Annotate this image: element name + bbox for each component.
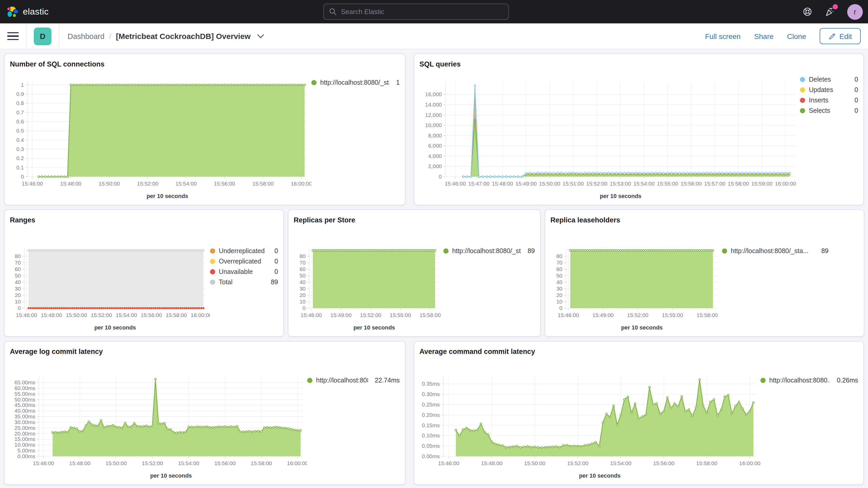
edit-button[interactable]: Edit: [820, 28, 861, 44]
svg-text:0: 0: [559, 305, 562, 311]
legend-swatch: [210, 269, 215, 274]
panel-sql-queries[interactable]: SQL queries 15:46:0015:47:0015:48:0015:4…: [414, 54, 864, 205]
legend-item[interactable]: http://localhost:8080/_stat...1: [311, 79, 400, 86]
share-button[interactable]: Share: [754, 32, 774, 40]
legend-item[interactable]: Selects0: [800, 107, 858, 114]
legend-item[interactable]: http://localhost:8080/_sta...89: [443, 247, 535, 255]
svg-text:1: 1: [21, 82, 24, 88]
svg-text:50: 50: [300, 273, 306, 279]
svg-text:60: 60: [300, 266, 306, 272]
svg-text:15:51:00: 15:51:00: [563, 181, 584, 187]
area-chart[interactable]: 15:46:0015:49:0015:52:0015:55:0015:58:00…: [294, 227, 443, 332]
svg-text:15:47:00: 15:47:00: [468, 181, 490, 187]
svg-text:16:00:00: 16:00:00: [775, 181, 796, 187]
legend-item[interactable]: http://localhost:8080/_sta...89: [722, 247, 829, 255]
svg-text:50: 50: [15, 273, 21, 279]
dashboard-toolbar: D Dashboard / [Metricbeat CockroachDB] O…: [0, 23, 868, 49]
svg-text:30.00ms: 30.00ms: [14, 419, 35, 425]
svg-text:0: 0: [439, 174, 442, 180]
legend-item[interactable]: Deletes0: [800, 76, 858, 83]
legend-swatch: [443, 248, 448, 254]
legend-item[interactable]: Underreplicated0: [210, 247, 278, 255]
panel-title: Number of SQL connections: [10, 59, 400, 72]
legend-item[interactable]: Inserts0: [800, 97, 858, 104]
svg-text:15:52:00: 15:52:00: [142, 460, 163, 466]
legend-label: Unavailable: [219, 268, 253, 275]
legend-swatch: [311, 80, 316, 85]
top-icons: r: [802, 0, 863, 23]
svg-text:15:57:00: 15:57:00: [704, 181, 725, 187]
panel-title: SQL queries: [420, 59, 858, 72]
full-screen-button[interactable]: Full screen: [705, 32, 741, 40]
legend-item[interactable]: http://localhost:808...22.74ms: [307, 377, 400, 384]
svg-text:80: 80: [15, 253, 21, 259]
svg-text:15:46:00: 15:46:00: [558, 312, 579, 318]
legend-item[interactable]: Updates0: [800, 86, 858, 94]
help-button[interactable]: [802, 6, 813, 18]
svg-text:15:56:00: 15:56:00: [653, 460, 674, 466]
svg-text:15:56:00: 15:56:00: [681, 181, 702, 187]
svg-text:40: 40: [556, 279, 562, 285]
legend-label: Overreplicated: [219, 258, 261, 265]
breadcrumb: Dashboard / [Metricbeat CockroachDB] Ove…: [68, 32, 264, 40]
svg-text:15:52:00: 15:52:00: [360, 312, 381, 318]
legend-value: 0: [851, 86, 858, 94]
svg-text:30: 30: [300, 285, 306, 292]
clone-button[interactable]: Clone: [787, 32, 806, 40]
legend-item[interactable]: Overreplicated0: [210, 258, 278, 265]
svg-text:40: 40: [300, 279, 306, 285]
avatar[interactable]: r: [847, 4, 863, 20]
search-input[interactable]: [341, 8, 503, 16]
breadcrumb-separator: /: [109, 32, 111, 40]
legend-item[interactable]: Total89: [210, 279, 278, 286]
area-chart[interactable]: 15:46:0015:47:0015:48:0015:49:0015:50:00…: [420, 72, 800, 201]
global-search[interactable]: [323, 4, 509, 20]
svg-text:15:48:00: 15:48:00: [60, 181, 82, 187]
svg-text:15:49:00: 15:49:00: [515, 181, 537, 187]
svg-text:15:46:00: 15:46:00: [33, 460, 54, 466]
svg-text:0.7: 0.7: [17, 110, 24, 115]
panel-title: Ranges: [10, 215, 278, 227]
divider: [59, 23, 59, 49]
svg-text:15:56:00: 15:56:00: [141, 312, 162, 318]
news-button[interactable]: [824, 6, 836, 18]
legend-swatch: [800, 108, 805, 113]
area-chart[interactable]: 15:46:0015:48:0015:50:0015:52:0015:54:00…: [10, 72, 311, 201]
svg-text:15:46:00: 15:46:00: [16, 312, 37, 318]
svg-text:80: 80: [300, 253, 306, 259]
elastic-logo[interactable]: elastic: [0, 5, 49, 18]
legend-value: 0: [271, 268, 278, 275]
svg-text:0.15ms: 0.15ms: [422, 422, 440, 428]
legend-item[interactable]: Unavailable0: [210, 268, 278, 275]
legend-label: http://localhost:808...: [316, 377, 368, 384]
area-chart[interactable]: 15:46:0015:49:0015:52:0015:55:0015:58:00…: [551, 227, 722, 332]
svg-text:per 10 seconds: per 10 seconds: [579, 472, 621, 479]
panel-ranges[interactable]: Ranges 15:46:0015:48:0015:50:0015:52:001…: [4, 209, 284, 337]
panel-title: Average log commit latency: [10, 347, 400, 359]
svg-text:0.5: 0.5: [17, 128, 24, 133]
panel-command-commit-latency[interactable]: Average command commit latency 15:46:001…: [414, 341, 864, 485]
legend-value: 0.26ms: [834, 377, 858, 384]
area-chart[interactable]: 15:46:0015:48:0015:50:0015:52:0015:54:00…: [10, 359, 307, 480]
svg-text:40.00ms: 40.00ms: [14, 408, 35, 414]
menu-button[interactable]: [7, 32, 19, 40]
panel-replica-leaseholders[interactable]: Replica leaseholders 15:46:0015:49:0015:…: [545, 209, 864, 337]
title-menu-button[interactable]: [257, 34, 264, 38]
svg-text:15:52:00: 15:52:00: [627, 312, 648, 318]
panel-sql-connections[interactable]: Number of SQL connections 15:46:0015:48:…: [4, 54, 405, 205]
dashboard-app-badge[interactable]: D: [34, 27, 52, 45]
svg-text:70: 70: [300, 260, 306, 266]
svg-text:per 10 seconds: per 10 seconds: [150, 472, 192, 479]
legend-label: Updates: [809, 86, 833, 94]
panel-replicas-per-store[interactable]: Replicas per Store 15:46:0015:49:0015:52…: [288, 209, 540, 337]
svg-text:0.20ms: 0.20ms: [422, 412, 440, 418]
edit-button-label: Edit: [839, 32, 852, 40]
svg-text:15:58:00: 15:58:00: [420, 312, 441, 318]
svg-text:0.8: 0.8: [17, 100, 24, 106]
area-chart[interactable]: 15:46:0015:48:0015:50:0015:52:0015:54:00…: [420, 359, 761, 480]
legend-item[interactable]: http://localhost:8080...0.26ms: [761, 377, 858, 384]
breadcrumb-dashboard-link[interactable]: Dashboard: [68, 32, 104, 40]
panel-log-commit-latency[interactable]: Average log commit latency 15:46:0015:48…: [4, 341, 405, 485]
svg-text:0: 0: [18, 305, 21, 311]
area-chart[interactable]: 15:46:0015:48:0015:50:0015:52:0015:54:00…: [10, 227, 210, 332]
